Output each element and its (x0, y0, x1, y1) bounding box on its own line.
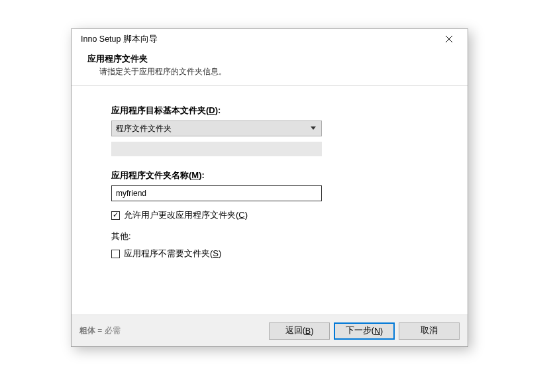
close-icon (446, 36, 452, 42)
no-folder-label: 应用程序不需要文件夹(S) (124, 248, 221, 260)
no-folder-checkbox[interactable]: 应用程序不需要文件夹(S) (111, 248, 428, 260)
wizard-footer: 粗体 = 必需 返回(B) 下一步(N) 取消 (72, 315, 468, 346)
allow-change-label: 允许用户更改应用程序文件夹(C) (124, 209, 248, 221)
dest-folder-label: 应用程序目标基本文件夹(D): (111, 105, 428, 117)
page-subtitle: 请指定关于应用程序的文件夹信息。 (87, 65, 457, 77)
dest-folder-path-input (111, 142, 322, 156)
checkbox-icon (111, 250, 120, 258)
wizard-dialog: Inno Setup 脚本向导 应用程序文件夹 请指定关于应用程序的文件夹信息。… (71, 28, 468, 347)
dest-folder-combo[interactable]: 程序文件文件夹 (111, 121, 322, 136)
other-label: 其他: (111, 230, 428, 242)
required-note: 粗体 = 必需 (79, 325, 265, 336)
wizard-header: 应用程序文件夹 请指定关于应用程序的文件夹信息。 (72, 49, 468, 86)
cancel-button[interactable]: 取消 (399, 322, 460, 340)
folder-name-label: 应用程序文件夹名称(M): (111, 170, 428, 181)
page-title: 应用程序文件夹 (87, 53, 457, 65)
close-button[interactable] (437, 31, 461, 47)
dest-folder-combo-value: 程序文件文件夹 (116, 123, 172, 134)
back-button[interactable]: 返回(B) (269, 322, 330, 340)
next-button[interactable]: 下一步(N) (334, 322, 395, 340)
wizard-body: 应用程序目标基本文件夹(D): 程序文件文件夹 应用程序文件夹名称(M): 允许… (72, 86, 468, 260)
folder-name-input[interactable] (111, 185, 322, 201)
allow-change-checkbox[interactable]: 允许用户更改应用程序文件夹(C) (111, 209, 428, 221)
window-title: Inno Setup 脚本向导 (81, 34, 437, 45)
checkbox-icon (111, 211, 120, 220)
titlebar: Inno Setup 脚本向导 (72, 29, 468, 49)
chevron-down-icon (311, 126, 316, 130)
